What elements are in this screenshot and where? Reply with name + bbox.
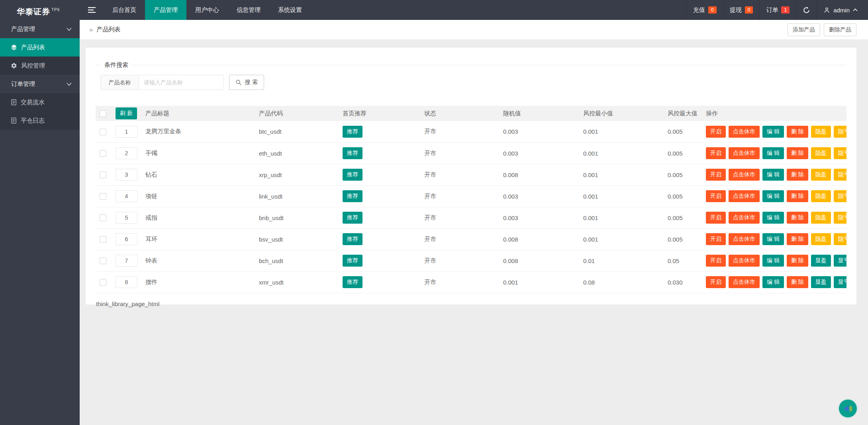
show-profit-button[interactable]: 显盈 — [811, 276, 831, 288]
open-button[interactable]: 开启 — [706, 169, 726, 181]
sidebar-group-order-management[interactable]: 订单管理 — [0, 75, 80, 93]
delete-button[interactable]: 删 除 — [787, 190, 808, 202]
refresh-table-button[interactable]: 刷 新 — [116, 107, 137, 119]
row-checkbox[interactable] — [100, 193, 106, 200]
add-product-button[interactable]: 添加产品 — [788, 23, 820, 36]
sidebar-item-close-position-log[interactable]: 平仓日志 — [0, 111, 80, 130]
show-loss-button[interactable]: 显亏 — [834, 276, 846, 288]
open-button[interactable]: 开启 — [706, 212, 726, 224]
refresh-button[interactable] — [796, 0, 817, 20]
collapse-sidebar-button[interactable] — [80, 0, 104, 20]
username: admin — [833, 7, 850, 14]
row-checkbox[interactable] — [100, 150, 106, 157]
sidebar-item-risk-management[interactable]: 风控管理 — [0, 57, 80, 75]
audio-float-button[interactable] — [839, 400, 857, 417]
recommend-badge[interactable]: 推荐 — [343, 212, 362, 224]
close-market-button[interactable]: 点击休市 — [729, 255, 760, 267]
sort-input[interactable] — [116, 255, 137, 267]
sort-input[interactable] — [116, 169, 137, 181]
recommend-badge[interactable]: 推荐 — [343, 233, 362, 245]
edit-button[interactable]: 编 辑 — [762, 169, 784, 181]
sidebar-group-product-management[interactable]: 产品管理 — [0, 20, 80, 38]
delete-button[interactable]: 删 除 — [787, 147, 808, 159]
close-market-button[interactable]: 点击休市 — [729, 169, 760, 181]
sort-input[interactable] — [116, 276, 137, 288]
user-menu[interactable]: admin — [817, 0, 868, 20]
recommend-badge[interactable]: 推荐 — [343, 169, 362, 181]
open-button[interactable]: 开启 — [706, 190, 726, 202]
product-name-input[interactable] — [139, 75, 224, 90]
delete-button[interactable]: 删 除 — [787, 212, 808, 224]
nav-item-product-management[interactable]: 产品管理 — [145, 0, 186, 20]
close-market-button[interactable]: 点击休市 — [729, 212, 760, 224]
nav-item-home[interactable]: 后台首页 — [104, 0, 145, 20]
page-actions: 添加产品 删除产品 — [788, 23, 856, 36]
row-checkbox[interactable] — [100, 279, 106, 286]
row-checkbox[interactable] — [100, 214, 106, 221]
hide-loss-button[interactable]: 隐亏 — [834, 126, 846, 138]
edit-button[interactable]: 编 辑 — [762, 212, 784, 224]
recommend-badge[interactable]: 推荐 — [343, 255, 362, 267]
hide-profit-button[interactable]: 隐盈 — [811, 169, 831, 181]
recommend-badge[interactable]: 推荐 — [343, 190, 362, 202]
recharge-menu[interactable]: 充值 0 — [686, 0, 723, 20]
hide-loss-button[interactable]: 隐亏 — [834, 212, 846, 224]
close-market-button[interactable]: 点击休市 — [729, 233, 760, 245]
hide-loss-button[interactable]: 隐亏 — [834, 169, 846, 181]
hide-profit-button[interactable]: 隐盈 — [811, 147, 831, 159]
row-checkbox[interactable] — [100, 257, 106, 264]
sort-input[interactable] — [116, 233, 137, 245]
delete-button[interactable]: 删 除 — [787, 233, 808, 245]
random-value-cell: 0.003 — [503, 207, 583, 228]
sidebar-item-trade-flow[interactable]: 交易流水 — [0, 93, 80, 111]
nav-item-system-settings[interactable]: 系统设置 — [269, 0, 311, 20]
table-row: 手镯 eth_usdt 推荐 开市 0.003 0.001 0.005 开启点击… — [96, 142, 846, 164]
hide-loss-button[interactable]: 隐亏 — [834, 190, 846, 202]
open-button[interactable]: 开启 — [706, 147, 726, 159]
hide-profit-button[interactable]: 隐盈 — [811, 233, 831, 245]
show-loss-button[interactable]: 显亏 — [834, 255, 846, 267]
recommend-badge[interactable]: 推荐 — [343, 126, 362, 138]
withdraw-menu[interactable]: 提现 0 — [723, 0, 760, 20]
hide-profit-button[interactable]: 隐盈 — [811, 212, 831, 224]
hide-loss-button[interactable]: 隐亏 — [834, 147, 846, 159]
orders-menu[interactable]: 订单 1 — [759, 0, 796, 20]
sort-input[interactable] — [116, 126, 137, 138]
delete-button[interactable]: 删 除 — [787, 169, 808, 181]
delete-button[interactable]: 删 除 — [787, 255, 808, 267]
nav-item-info-management[interactable]: 信息管理 — [228, 0, 269, 20]
recommend-badge[interactable]: 推荐 — [343, 276, 362, 288]
sort-input[interactable] — [116, 212, 137, 224]
close-market-button[interactable]: 点击休市 — [729, 276, 760, 288]
open-button[interactable]: 开启 — [706, 276, 726, 288]
sidebar-item-product-list[interactable]: 产品列表 — [0, 38, 80, 57]
close-market-button[interactable]: 点击休市 — [729, 147, 760, 159]
delete-product-button[interactable]: 删除产品 — [824, 23, 856, 36]
close-market-button[interactable]: 点击休市 — [729, 190, 760, 202]
open-button[interactable]: 开启 — [706, 255, 726, 267]
hide-profit-button[interactable]: 隐盈 — [811, 190, 831, 202]
open-button[interactable]: 开启 — [706, 233, 726, 245]
sort-input[interactable] — [116, 147, 137, 159]
row-checkbox[interactable] — [100, 236, 106, 243]
edit-button[interactable]: 编 辑 — [762, 190, 784, 202]
row-checkbox[interactable] — [100, 129, 106, 135]
delete-button[interactable]: 删 除 — [787, 126, 808, 138]
row-checkbox[interactable] — [100, 172, 106, 178]
edit-button[interactable]: 编 辑 — [762, 126, 784, 138]
edit-button[interactable]: 编 辑 — [762, 276, 784, 288]
nav-item-user-center[interactable]: 用户中心 — [186, 0, 228, 20]
recommend-badge[interactable]: 推荐 — [343, 147, 362, 159]
hide-profit-button[interactable]: 隐盈 — [811, 126, 831, 138]
show-profit-button[interactable]: 显盈 — [811, 255, 831, 267]
delete-button[interactable]: 删 除 — [787, 276, 808, 288]
hide-loss-button[interactable]: 隐亏 — [834, 233, 846, 245]
sort-input[interactable] — [116, 190, 137, 202]
close-market-button[interactable]: 点击休市 — [729, 126, 760, 138]
search-button[interactable]: 搜 索 — [229, 75, 264, 90]
edit-button[interactable]: 编 辑 — [762, 255, 784, 267]
select-all-checkbox[interactable] — [100, 110, 106, 117]
edit-button[interactable]: 编 辑 — [762, 233, 784, 245]
edit-button[interactable]: 编 辑 — [762, 147, 784, 159]
open-button[interactable]: 开启 — [706, 126, 726, 138]
